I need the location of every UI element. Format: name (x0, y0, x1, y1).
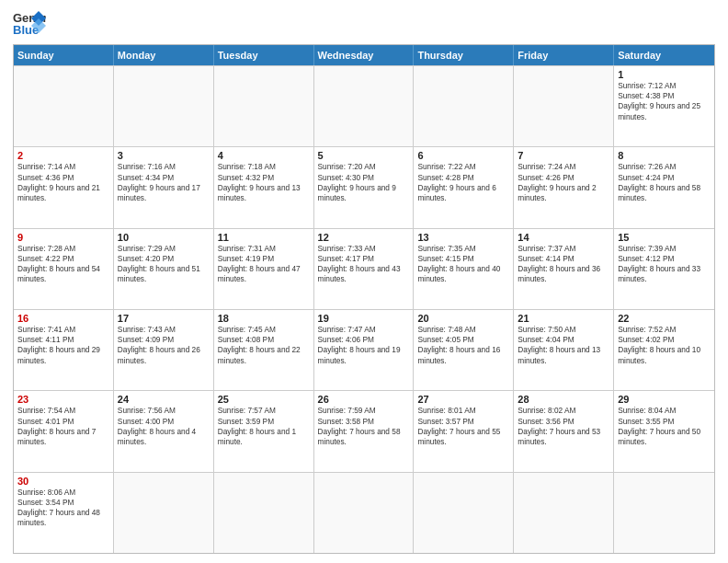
day-number: 28 (518, 394, 609, 405)
day-cell-5: 5Sunrise: 7:20 AMSunset: 4:30 PMDaylight… (314, 147, 415, 227)
day-info: Sunrise: 7:56 AMSunset: 4:00 PMDaylight:… (118, 406, 210, 447)
day-number: 27 (417, 394, 509, 405)
day-cell-17: 17Sunrise: 7:43 AMSunset: 4:09 PMDayligh… (114, 310, 214, 390)
day-cell-14: 14Sunrise: 7:37 AMSunset: 4:14 PMDayligh… (514, 229, 614, 309)
header-cell-tuesday: Tuesday (214, 45, 314, 65)
day-number: 19 (318, 313, 410, 324)
day-number: 4 (218, 150, 310, 161)
header-cell-sunday: Sunday (14, 45, 114, 65)
day-info: Sunrise: 7:33 AMSunset: 4:17 PMDaylight:… (318, 244, 410, 285)
day-info: Sunrise: 7:35 AMSunset: 4:15 PMDaylight:… (417, 244, 509, 285)
day-cell-15: 15Sunrise: 7:39 AMSunset: 4:12 PMDayligh… (614, 229, 714, 309)
logo: General Blue (13, 9, 46, 37)
calendar: SundayMondayTuesdayWednesdayThursdayFrid… (13, 44, 715, 554)
day-info: Sunrise: 7:29 AMSunset: 4:20 PMDaylight:… (118, 244, 210, 285)
day-info: Sunrise: 7:52 AMSunset: 4:02 PMDaylight:… (618, 325, 711, 366)
day-number: 8 (618, 150, 711, 161)
day-number: 26 (318, 394, 410, 405)
day-number: 10 (118, 232, 210, 243)
day-number: 29 (618, 394, 711, 405)
day-info: Sunrise: 7:39 AMSunset: 4:12 PMDaylight:… (618, 244, 711, 285)
day-number: 16 (17, 313, 109, 324)
day-number: 15 (618, 232, 711, 243)
day-info: Sunrise: 7:57 AMSunset: 3:59 PMDaylight:… (218, 406, 310, 447)
day-cell-27: 27Sunrise: 8:01 AMSunset: 3:57 PMDayligh… (414, 391, 514, 471)
day-info: Sunrise: 7:26 AMSunset: 4:24 PMDaylight:… (618, 162, 711, 203)
calendar-row-3: 16Sunrise: 7:41 AMSunset: 4:11 PMDayligh… (14, 309, 714, 390)
day-number: 24 (118, 394, 210, 405)
empty-cell (614, 473, 714, 553)
day-number: 1 (618, 69, 711, 80)
day-info: Sunrise: 7:48 AMSunset: 4:05 PMDaylight:… (417, 325, 509, 366)
day-info: Sunrise: 7:24 AMSunset: 4:26 PMDaylight:… (518, 162, 609, 203)
day-cell-12: 12Sunrise: 7:33 AMSunset: 4:17 PMDayligh… (314, 229, 415, 309)
day-info: Sunrise: 7:31 AMSunset: 4:19 PMDaylight:… (218, 244, 310, 285)
day-cell-13: 13Sunrise: 7:35 AMSunset: 4:15 PMDayligh… (414, 229, 514, 309)
day-info: Sunrise: 7:20 AMSunset: 4:30 PMDaylight:… (318, 162, 410, 203)
empty-cell (14, 66, 114, 146)
day-number: 11 (218, 232, 310, 243)
day-number: 21 (518, 313, 609, 324)
day-cell-11: 11Sunrise: 7:31 AMSunset: 4:19 PMDayligh… (214, 229, 314, 309)
day-cell-20: 20Sunrise: 7:48 AMSunset: 4:05 PMDayligh… (414, 310, 514, 390)
day-number: 25 (218, 394, 310, 405)
empty-cell (214, 66, 314, 146)
day-number: 18 (218, 313, 310, 324)
day-cell-26: 26Sunrise: 7:59 AMSunset: 3:58 PMDayligh… (314, 391, 415, 471)
header-cell-wednesday: Wednesday (314, 45, 415, 65)
empty-cell (314, 66, 415, 146)
empty-cell (414, 66, 514, 146)
day-cell-10: 10Sunrise: 7:29 AMSunset: 4:20 PMDayligh… (114, 229, 214, 309)
day-info: Sunrise: 7:54 AMSunset: 4:01 PMDaylight:… (17, 406, 109, 447)
day-cell-22: 22Sunrise: 7:52 AMSunset: 4:02 PMDayligh… (614, 310, 714, 390)
day-cell-29: 29Sunrise: 8:04 AMSunset: 3:55 PMDayligh… (614, 391, 714, 471)
day-number: 5 (318, 150, 410, 161)
calendar-row-4: 23Sunrise: 7:54 AMSunset: 4:01 PMDayligh… (14, 390, 714, 471)
day-info: Sunrise: 8:01 AMSunset: 3:57 PMDaylight:… (417, 406, 509, 447)
day-info: Sunrise: 7:16 AMSunset: 4:34 PMDaylight:… (118, 162, 210, 203)
day-cell-7: 7Sunrise: 7:24 AMSunset: 4:26 PMDaylight… (514, 147, 614, 227)
day-number: 3 (118, 150, 210, 161)
day-info: Sunrise: 7:47 AMSunset: 4:06 PMDaylight:… (318, 325, 410, 366)
calendar-row-2: 9Sunrise: 7:28 AMSunset: 4:22 PMDaylight… (14, 228, 714, 309)
empty-cell (214, 473, 314, 553)
calendar-row-5: 30Sunrise: 8:06 AMSunset: 3:54 PMDayligh… (14, 472, 714, 553)
logo-icon: General Blue (13, 9, 46, 37)
day-cell-6: 6Sunrise: 7:22 AMSunset: 4:28 PMDaylight… (414, 147, 514, 227)
page: General Blue SundayMondayTuesdayWednesda… (0, 0, 728, 563)
day-number: 22 (618, 313, 711, 324)
day-info: Sunrise: 7:18 AMSunset: 4:32 PMDaylight:… (218, 162, 310, 203)
empty-cell (414, 473, 514, 553)
day-info: Sunrise: 8:06 AMSunset: 3:54 PMDaylight:… (17, 488, 109, 529)
empty-cell (514, 473, 614, 553)
day-cell-28: 28Sunrise: 8:02 AMSunset: 3:56 PMDayligh… (514, 391, 614, 471)
day-info: Sunrise: 7:37 AMSunset: 4:14 PMDaylight:… (518, 244, 609, 285)
day-cell-18: 18Sunrise: 7:45 AMSunset: 4:08 PMDayligh… (214, 310, 314, 390)
calendar-row-0: 1Sunrise: 7:12 AMSunset: 4:38 PMDaylight… (14, 65, 714, 146)
day-cell-23: 23Sunrise: 7:54 AMSunset: 4:01 PMDayligh… (14, 391, 114, 471)
calendar-body: 1Sunrise: 7:12 AMSunset: 4:38 PMDaylight… (14, 65, 714, 553)
day-cell-21: 21Sunrise: 7:50 AMSunset: 4:04 PMDayligh… (514, 310, 614, 390)
day-number: 2 (17, 150, 109, 161)
day-info: Sunrise: 8:04 AMSunset: 3:55 PMDaylight:… (618, 406, 711, 447)
header-cell-saturday: Saturday (614, 45, 714, 65)
day-cell-25: 25Sunrise: 7:57 AMSunset: 3:59 PMDayligh… (214, 391, 314, 471)
day-number: 7 (518, 150, 609, 161)
day-number: 13 (417, 232, 509, 243)
day-cell-4: 4Sunrise: 7:18 AMSunset: 4:32 PMDaylight… (214, 147, 314, 227)
empty-cell (114, 66, 214, 146)
day-info: Sunrise: 7:41 AMSunset: 4:11 PMDaylight:… (17, 325, 109, 366)
day-cell-9: 9Sunrise: 7:28 AMSunset: 4:22 PMDaylight… (14, 229, 114, 309)
day-info: Sunrise: 7:45 AMSunset: 4:08 PMDaylight:… (218, 325, 310, 366)
day-info: Sunrise: 7:43 AMSunset: 4:09 PMDaylight:… (118, 325, 210, 366)
day-number: 17 (118, 313, 210, 324)
day-cell-24: 24Sunrise: 7:56 AMSunset: 4:00 PMDayligh… (114, 391, 214, 471)
day-number: 20 (417, 313, 509, 324)
day-cell-1: 1Sunrise: 7:12 AMSunset: 4:38 PMDaylight… (614, 66, 714, 146)
day-cell-16: 16Sunrise: 7:41 AMSunset: 4:11 PMDayligh… (14, 310, 114, 390)
day-cell-19: 19Sunrise: 7:47 AMSunset: 4:06 PMDayligh… (314, 310, 415, 390)
empty-cell (314, 473, 415, 553)
day-info: Sunrise: 7:22 AMSunset: 4:28 PMDaylight:… (417, 162, 509, 203)
header: General Blue (13, 9, 715, 37)
day-cell-3: 3Sunrise: 7:16 AMSunset: 4:34 PMDaylight… (114, 147, 214, 227)
